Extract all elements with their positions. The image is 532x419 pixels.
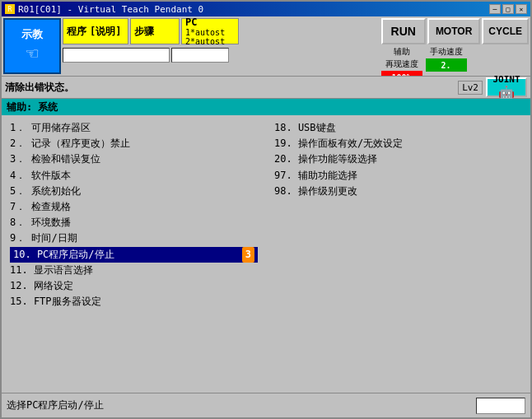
toolbar: 示教 ☜ 程序 [说明] 步骤 PC 1*autost 2*autost xyxy=(2,16,530,76)
aux-header: 辅助: 系统 xyxy=(2,99,530,115)
step-box: 步骤 xyxy=(130,18,180,44)
pc-box: PC 1*autost 2*autost xyxy=(181,18,239,44)
right-column: 18. USB键盘 19. 操作面板有效/无效设定 20. 操作功能等级选择 9… xyxy=(274,120,522,388)
teach-button[interactable]: 示教 ☜ xyxy=(3,18,61,74)
lv-badge: Lv2 xyxy=(458,81,483,95)
selected-badge: 3 xyxy=(242,247,254,263)
bottom-status-text: 选择PC程序启动/停止 xyxy=(7,398,469,412)
program-box: 程序 [说明] xyxy=(63,18,128,44)
status-bar: 清除出错状态。 Lv2 JOINT 🤖 xyxy=(2,76,530,99)
speed-row: 辅助 再现速度 100% 手动速度 2. xyxy=(381,46,529,76)
playback-speed-label: 辅助 xyxy=(394,46,410,58)
menu-item-1[interactable]: 1． 可用储存器区 xyxy=(10,120,258,136)
aux-content: 1． 可用储存器区 2． 记录（程序更改）禁止 3． 检验和错误复位 4． 软件… xyxy=(2,115,530,393)
input-row xyxy=(63,46,380,64)
menu-item-12[interactable]: 12. 网络设定 xyxy=(10,278,258,294)
main-window: R R01[C01] - Virtual Teach Pendant 0 ─ □… xyxy=(0,0,532,419)
menu-item-97[interactable]: 97. 辅助功能选择 xyxy=(274,168,522,184)
motor-button[interactable]: MOTOR xyxy=(427,18,480,44)
menu-item-2[interactable]: 2． 记录（程序更改）禁止 xyxy=(10,136,258,151)
manual-speed-bar: 2. xyxy=(426,58,467,72)
menu-item-8[interactable]: 8． 环境数播 xyxy=(10,215,258,230)
run-motor-cycle-row: RUN MOTOR CYCLE xyxy=(381,18,529,44)
status-message: 清除出错状态。 xyxy=(5,81,455,95)
step-input[interactable] xyxy=(171,48,229,63)
app-icon: R xyxy=(5,4,15,14)
cycle-button[interactable]: CYCLE xyxy=(482,18,529,44)
menu-item-19[interactable]: 19. 操作面板有效/无效设定 xyxy=(274,136,522,151)
hand-icon: ☜ xyxy=(26,42,38,65)
joint-button[interactable]: JOINT 🤖 xyxy=(486,77,527,97)
title-bar-left: R R01[C01] - Virtual Teach Pendant 0 xyxy=(5,4,203,15)
manual-speed-area: 手动速度 2. xyxy=(426,46,467,72)
run-button[interactable]: RUN xyxy=(381,18,426,44)
menu-item-11[interactable]: 11. 显示语言选择 xyxy=(10,263,258,278)
window-title: R01[C01] - Virtual Teach Pendant 0 xyxy=(18,4,203,15)
menu-item-3[interactable]: 3． 检验和错误复位 xyxy=(10,151,258,167)
playback-speed-sublabel: 再现速度 xyxy=(385,58,418,70)
top-labels-row: 程序 [说明] 步骤 PC 1*autost 2*autost xyxy=(63,18,380,44)
program-area: 程序 [说明] 步骤 PC 1*autost 2*autost xyxy=(63,18,380,74)
title-bar: R R01[C01] - Virtual Teach Pendant 0 ─ □… xyxy=(2,2,530,16)
maximize-button[interactable]: □ xyxy=(502,4,514,14)
menu-item-5[interactable]: 5． 系统初始化 xyxy=(10,184,258,199)
menu-item-98[interactable]: 98. 操作级别更改 xyxy=(274,184,522,199)
menu-item-4[interactable]: 4． 软件版本 xyxy=(10,168,258,184)
manual-speed-label: 手动速度 xyxy=(430,46,463,58)
menu-item-9[interactable]: 9． 时间/日期 xyxy=(10,230,258,246)
right-button-area: RUN MOTOR CYCLE 辅助 再现速度 100% 手动速度 2. xyxy=(381,18,529,74)
left-column: 1． 可用储存器区 2． 记录（程序更改）禁止 3． 检验和错误复位 4． 软件… xyxy=(10,120,258,388)
menu-item-15[interactable]: 15. FTP服务器设定 xyxy=(10,294,258,310)
minimize-button[interactable]: ─ xyxy=(489,4,501,14)
menu-item-18[interactable]: 18. USB键盘 xyxy=(274,120,522,136)
bottom-bar: 选择PC程序启动/停止 xyxy=(2,393,530,417)
close-button[interactable]: ✕ xyxy=(516,4,527,14)
bottom-input[interactable] xyxy=(476,398,525,414)
menu-item-7[interactable]: 7． 检查规格 xyxy=(10,199,258,215)
menu-item-10[interactable]: 10. PC程序启动/停止 3 xyxy=(10,247,258,263)
title-controls: ─ □ ✕ xyxy=(489,4,527,14)
teach-label: 示教 xyxy=(21,27,43,42)
program-input[interactable] xyxy=(63,48,170,63)
menu-item-20[interactable]: 20. 操作功能等级选择 xyxy=(274,151,522,167)
